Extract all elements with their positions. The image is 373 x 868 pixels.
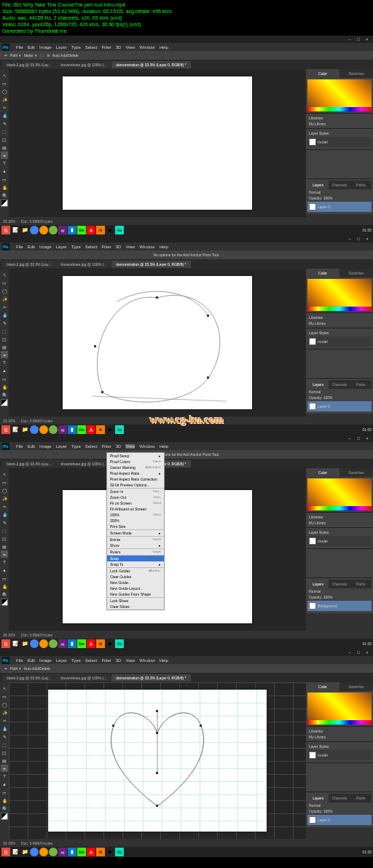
maximize-button[interactable]: □ bbox=[355, 37, 362, 42]
audition-icon[interactable]: Au bbox=[115, 639, 124, 648]
view-menu-item[interactable]: 32-bit Preview Options... bbox=[107, 482, 164, 488]
style-thumb[interactable] bbox=[309, 537, 316, 545]
menu-file[interactable]: File bbox=[16, 45, 23, 50]
menu-3d[interactable]: 3D bbox=[116, 658, 122, 663]
view-menu-item[interactable]: 100%Ctrl+1 bbox=[107, 512, 164, 518]
blend-mode[interactable]: Normal bbox=[307, 189, 372, 195]
utorrent-icon[interactable] bbox=[49, 425, 58, 434]
marquee-tool[interactable]: ▭ bbox=[1, 279, 8, 286]
folder-icon[interactable]: 📁 bbox=[20, 425, 29, 434]
document-tab[interactable]: brownshoes.jpg @ 100% (... bbox=[56, 261, 111, 268]
layer-thumb[interactable] bbox=[309, 602, 316, 609]
color-tab[interactable]: Color bbox=[306, 682, 339, 691]
layer-name[interactable]: Background bbox=[318, 604, 337, 608]
swatches-tab[interactable]: Swatches bbox=[339, 69, 373, 78]
dreamweaver-icon[interactable]: Dw bbox=[77, 425, 86, 434]
document-tab-active[interactable]: demonstration @ 33.3% (Layer 0, RGB/8) * bbox=[111, 261, 190, 268]
pen-tool[interactable]: ✒ bbox=[1, 151, 8, 159]
close-button[interactable]: × bbox=[364, 650, 371, 655]
menu-help[interactable]: Help bbox=[160, 658, 168, 663]
zoom-level[interactable]: 33.33% bbox=[3, 841, 15, 845]
acrobat-icon[interactable]: A bbox=[87, 226, 95, 234]
document-tab[interactable]: brownshoes.jpg @ 100% (... bbox=[56, 674, 111, 682]
move-tool[interactable]: ↖ bbox=[1, 684, 8, 692]
wand-tool[interactable]: ✨ bbox=[1, 95, 8, 103]
opacity[interactable]: Opacity: 100% bbox=[307, 594, 372, 600]
menu-edit[interactable]: Edit bbox=[28, 444, 35, 449]
lasso-tool[interactable]: ◯ bbox=[1, 701, 8, 708]
folder-icon[interactable]: 📁 bbox=[20, 226, 29, 234]
lasso-tool[interactable]: ◯ bbox=[1, 87, 8, 95]
menu-filter[interactable]: Filter bbox=[101, 45, 111, 50]
stamp-tool[interactable]: ⬚ bbox=[1, 741, 8, 748]
layer-thumb[interactable] bbox=[309, 816, 316, 824]
menu-file[interactable]: File bbox=[16, 658, 23, 663]
layers-tab[interactable]: Layers bbox=[307, 794, 329, 802]
eyedropper-tool[interactable]: 💧 bbox=[1, 111, 8, 119]
blend-mode[interactable]: Normal bbox=[307, 588, 372, 594]
firefox-icon[interactable] bbox=[39, 639, 48, 648]
opacity[interactable]: Opacity: 100% bbox=[307, 195, 372, 201]
mylibrary-dropdown[interactable]: My Library bbox=[307, 520, 372, 526]
maximize-button[interactable]: □ bbox=[355, 650, 362, 655]
menu-image[interactable]: Image bbox=[39, 444, 52, 449]
menu-type[interactable]: Type bbox=[71, 444, 81, 449]
menu-help[interactable]: Help bbox=[160, 45, 168, 50]
close-button[interactable]: × bbox=[364, 436, 371, 441]
hand-tool[interactable]: ✋ bbox=[1, 383, 8, 390]
path-tool[interactable]: ▲ bbox=[1, 567, 8, 574]
crop-tool[interactable]: ✂ bbox=[1, 502, 8, 510]
eyedropper-tool[interactable]: 💧 bbox=[1, 311, 8, 318]
utorrent-icon[interactable] bbox=[49, 226, 58, 234]
pen-tool[interactable]: ✒ bbox=[1, 351, 8, 358]
mylibrary-dropdown[interactable]: My Library bbox=[307, 320, 372, 326]
canvas[interactable] bbox=[63, 76, 252, 210]
marquee-tool[interactable]: ▭ bbox=[1, 79, 8, 87]
shape-tool[interactable]: ▭ bbox=[1, 175, 8, 183]
dreamweaver-icon[interactable]: Dw bbox=[77, 226, 86, 234]
illustrator-icon[interactable]: Ai bbox=[96, 848, 105, 856]
gear-icon[interactable]: ⚙ bbox=[47, 53, 50, 58]
stamp-tool[interactable]: ⬚ bbox=[1, 526, 8, 534]
vs-icon[interactable]: ∞ bbox=[58, 848, 67, 856]
channels-tab[interactable]: Channels bbox=[329, 181, 350, 189]
view-menu-item[interactable]: Proof Setup▸ bbox=[107, 453, 164, 459]
minimize-button[interactable]: – bbox=[346, 650, 353, 655]
layers-tab[interactable]: Layers bbox=[307, 580, 329, 588]
paths-tab[interactable]: Paths bbox=[350, 380, 372, 389]
color-tab[interactable]: Color bbox=[306, 468, 339, 477]
libraries-label[interactable]: Libraries bbox=[307, 514, 372, 520]
menu-select[interactable]: Select bbox=[85, 45, 98, 50]
mylibrary-dropdown[interactable]: My Library bbox=[307, 121, 372, 127]
folder-icon[interactable]: 📁 bbox=[20, 639, 29, 648]
menu-3d[interactable]: 3D bbox=[116, 245, 122, 249]
notepad-icon[interactable]: 📝 bbox=[11, 226, 20, 234]
move-tool[interactable]: ↖ bbox=[1, 470, 8, 478]
paths-tab[interactable]: Paths bbox=[350, 580, 372, 588]
vs-code-icon[interactable]: ▮ bbox=[68, 639, 76, 648]
view-menu-item[interactable]: Snap To▸ bbox=[107, 561, 164, 567]
menu-layer[interactable]: Layer bbox=[56, 245, 67, 249]
menu-filter[interactable]: Filter bbox=[101, 444, 111, 449]
blend-mode[interactable]: Normal bbox=[307, 389, 372, 395]
libraries-label[interactable]: Libraries bbox=[307, 315, 372, 320]
libraries-label[interactable]: Libraries bbox=[307, 728, 372, 734]
document-tab[interactable]: blank-2.jpg @ 33.3% (Lay... bbox=[2, 674, 55, 682]
minimize-button[interactable]: – bbox=[346, 436, 353, 441]
view-menu-item[interactable]: Zoom OutCtrl+- bbox=[107, 494, 164, 500]
menu-file[interactable]: File bbox=[16, 245, 23, 249]
make-dropdown[interactable]: Make: ▾ bbox=[24, 53, 37, 58]
channels-tab[interactable]: Channels bbox=[329, 580, 350, 588]
hand-tool[interactable]: ✋ bbox=[1, 797, 8, 804]
view-menu-item[interactable]: New Guide... bbox=[107, 580, 164, 585]
menu-select[interactable]: Select bbox=[85, 658, 98, 663]
view-menu-item[interactable]: Fit Artboard on Screen bbox=[107, 506, 164, 512]
sublime-icon[interactable]: S bbox=[1, 848, 10, 856]
canvas-with-grid[interactable] bbox=[48, 690, 267, 832]
view-menu-item[interactable]: Pixel Aspect Ratio▸ bbox=[107, 470, 164, 476]
firefox-icon[interactable] bbox=[39, 425, 48, 434]
color-picker[interactable] bbox=[306, 78, 373, 113]
brush-tool[interactable]: ✎ bbox=[1, 733, 8, 740]
chrome-icon[interactable] bbox=[30, 639, 39, 648]
zoom-tool[interactable]: 🔍 bbox=[1, 805, 8, 812]
